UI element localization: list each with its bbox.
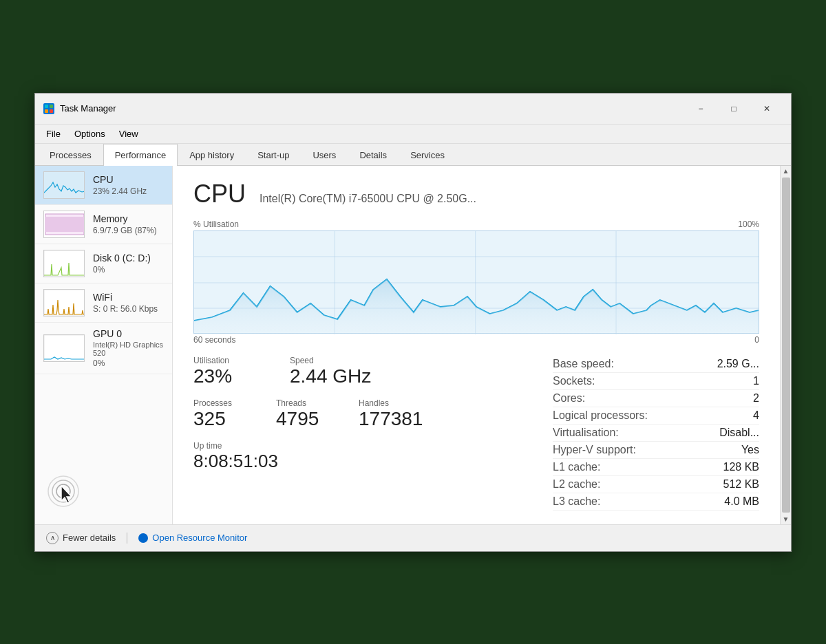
gpu-model: Intel(R) HD Graphics 520 bbox=[93, 341, 164, 357]
chart-container: % Utilisation 100% bbox=[193, 219, 759, 345]
footer: ∧ Fewer details Open Resource Monitor bbox=[35, 524, 791, 551]
info-cores: Cores: 2 bbox=[553, 390, 759, 407]
utilisation-speed-row: Utilisation 23% Speed 2.44 GHz bbox=[193, 356, 539, 387]
info-base-speed: Base speed: 2.59 G... bbox=[553, 356, 759, 373]
memory-value: 6.9/7.9 GB (87%) bbox=[93, 226, 164, 235]
sockets-val: 1 bbox=[753, 375, 759, 387]
handles-value: 177381 bbox=[359, 408, 423, 430]
threads-value: 4795 bbox=[276, 408, 338, 430]
menu-options[interactable]: Options bbox=[69, 126, 111, 142]
tab-bar: Processes Performance App history Start-… bbox=[35, 144, 791, 166]
cpu-info: CPU 23% 2.44 GHz bbox=[93, 174, 164, 196]
close-button[interactable]: ✕ bbox=[751, 99, 783, 118]
sidebar-item-cpu[interactable]: CPU 23% 2.44 GHz bbox=[35, 166, 172, 205]
tab-startup[interactable]: Start-up bbox=[246, 144, 301, 166]
svg-rect-3 bbox=[50, 109, 53, 113]
cpu-main-title: CPU bbox=[193, 180, 246, 208]
svg-rect-2 bbox=[45, 109, 48, 113]
processes-block: Processes 325 bbox=[193, 398, 255, 430]
cpu-value: 23% 2.44 GHz bbox=[93, 186, 164, 196]
maximize-button[interactable]: □ bbox=[718, 99, 750, 118]
threads-block: Threads 4795 bbox=[276, 398, 338, 430]
processes-label: Processes bbox=[193, 398, 255, 408]
chart-y-labels: % Utilisation 100% bbox=[193, 219, 759, 229]
base-speed-val: 2.59 G... bbox=[717, 358, 759, 370]
svg-rect-0 bbox=[45, 105, 48, 108]
sidebar-item-disk[interactable]: Disk 0 (C: D:) 0% bbox=[35, 244, 172, 283]
memory-mini-chart bbox=[43, 211, 85, 238]
cpu-main-subtitle: Intel(R) Core(TM) i7-6500U CPU @ 2.50G..… bbox=[260, 193, 476, 205]
task-manager-window: Task Manager − □ ✕ File Options View Pro… bbox=[34, 93, 792, 552]
chart-x-end: 0 bbox=[754, 335, 759, 345]
disk-mini-chart bbox=[43, 250, 85, 277]
utilisation-stat-value: 23% bbox=[193, 365, 255, 387]
l2-val: 512 KB bbox=[723, 478, 759, 491]
virt-val: Disabl... bbox=[719, 427, 759, 439]
tab-performance[interactable]: Performance bbox=[103, 144, 178, 166]
info-virtualisation: Virtualisation: Disabl... bbox=[553, 425, 759, 442]
l1-key: L1 cache: bbox=[553, 461, 600, 473]
scroll-down-button[interactable]: ▼ bbox=[783, 515, 790, 523]
minimize-button[interactable]: − bbox=[685, 99, 717, 118]
processes-value: 325 bbox=[193, 408, 255, 430]
virt-key: Virtualisation: bbox=[553, 427, 619, 439]
processes-threads-handles-row: Processes 325 Threads 4795 Handles 17738… bbox=[193, 398, 539, 430]
chart-x-labels: 60 seconds 0 bbox=[193, 335, 759, 345]
cpu-header: CPU Intel(R) Core(TM) i7-6500U CPU @ 2.5… bbox=[193, 180, 759, 208]
logical-val: 4 bbox=[753, 409, 759, 422]
utilisation-block: Utilisation 23% bbox=[193, 356, 255, 387]
info-l2: L2 cache: 512 KB bbox=[553, 476, 759, 493]
memory-info: Memory 6.9/7.9 GB (87%) bbox=[93, 213, 164, 235]
fewer-details-label: Fewer details bbox=[63, 533, 116, 543]
footer-separator bbox=[127, 533, 127, 544]
fewer-details-icon: ∧ bbox=[46, 532, 59, 544]
scroll-up-button[interactable]: ▲ bbox=[783, 167, 790, 175]
speed-stat-label: Speed bbox=[290, 356, 371, 365]
stats-info-row: Utilisation 23% Speed 2.44 GHz Processes… bbox=[193, 356, 759, 511]
svg-rect-7 bbox=[45, 217, 84, 232]
l2-key: L2 cache: bbox=[553, 478, 600, 491]
menu-file[interactable]: File bbox=[41, 126, 66, 142]
wifi-label: WiFi bbox=[93, 292, 164, 303]
logical-key: Logical processors: bbox=[553, 409, 648, 422]
cpu-label: CPU bbox=[93, 174, 164, 185]
info-l3: L3 cache: 4.0 MB bbox=[553, 493, 759, 511]
open-monitor-label: Open Resource Monitor bbox=[152, 533, 247, 543]
sidebar-item-memory[interactable]: Memory 6.9/7.9 GB (87%) bbox=[35, 205, 172, 244]
open-resource-monitor-link[interactable]: Open Resource Monitor bbox=[138, 533, 247, 543]
l3-key: L3 cache: bbox=[553, 495, 600, 508]
uptime-value: 8:08:51:03 bbox=[193, 451, 539, 472]
speed-block: Speed 2.44 GHz bbox=[290, 356, 371, 387]
speed-stat-value: 2.44 GHz bbox=[290, 365, 371, 387]
tab-users[interactable]: Users bbox=[301, 144, 348, 166]
svg-marker-21 bbox=[194, 279, 759, 334]
memory-label: Memory bbox=[93, 213, 164, 224]
sidebar-item-wifi[interactable]: WiFi S: 0 R: 56.0 Kbps bbox=[35, 283, 172, 323]
utilisation-stat-label: Utilisation bbox=[193, 356, 255, 365]
tab-app-history[interactable]: App history bbox=[178, 144, 246, 166]
sidebar-item-gpu[interactable]: GPU 0 Intel(R) HD Graphics 520 0% bbox=[35, 323, 172, 374]
tab-services[interactable]: Services bbox=[399, 144, 456, 166]
svg-rect-8 bbox=[44, 250, 85, 277]
hyperv-key: Hyper-V support: bbox=[553, 444, 636, 456]
wifi-mini-chart bbox=[43, 289, 85, 316]
svg-rect-10 bbox=[44, 335, 85, 361]
uptime-block: Up time 8:08:51:03 bbox=[193, 441, 539, 472]
menu-view[interactable]: View bbox=[114, 126, 144, 142]
l3-val: 4.0 MB bbox=[724, 495, 759, 508]
tab-processes[interactable]: Processes bbox=[38, 144, 103, 166]
info-l1: L1 cache: 128 KB bbox=[553, 459, 759, 476]
scrollbar[interactable]: ▲ ▼ bbox=[780, 166, 791, 524]
gpu-mini-chart bbox=[43, 334, 85, 362]
l1-val: 128 KB bbox=[723, 461, 759, 473]
gpu-label: GPU 0 bbox=[93, 328, 164, 339]
fewer-details-button[interactable]: ∧ Fewer details bbox=[46, 532, 116, 544]
sidebar: CPU 23% 2.44 GHz Memory 6.9/7.9 GB (87%) bbox=[35, 166, 173, 524]
tab-details[interactable]: Details bbox=[348, 144, 399, 166]
cores-val: 2 bbox=[753, 392, 759, 405]
scrollbar-thumb[interactable] bbox=[782, 178, 790, 513]
base-speed-key: Base speed: bbox=[553, 358, 614, 370]
info-sockets: Sockets: 1 bbox=[553, 373, 759, 390]
gpu-value: 0% bbox=[93, 358, 164, 368]
cpu-mini-chart bbox=[43, 171, 85, 199]
